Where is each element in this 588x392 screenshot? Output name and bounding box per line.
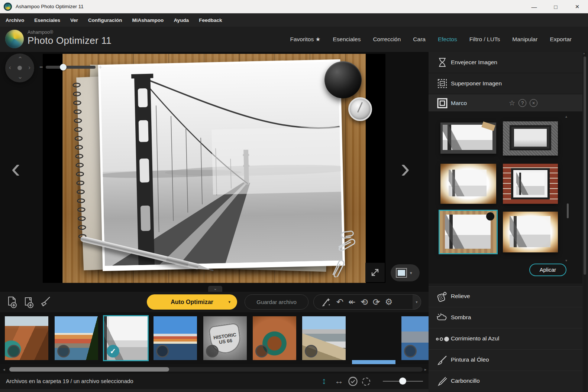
fit-horizontal-icon[interactable]: ↔ [335,376,343,386]
tab-favoritos[interactable]: Favoritos ★ [290,36,320,43]
frames-scrollbar-thumb[interactable] [567,203,569,218]
thumb-checkbox[interactable] [255,345,268,357]
help-icon[interactable]: ? [518,99,526,107]
filmstrip-thumb-golden-gate-selected[interactable]: ✓ [104,316,148,360]
favorite-star-icon[interactable]: ☆ [509,99,515,107]
show-selected-icon[interactable] [348,376,358,386]
frame-option-torn-sepia[interactable] [503,212,558,252]
zoom-track[interactable] [46,66,96,69]
frame-option-filmstrip[interactable] [440,122,496,154]
undo-all-icon[interactable]: ↞ [348,298,355,306]
menu-esenciales[interactable]: Esenciales [34,17,60,23]
next-image-button[interactable]: › [401,151,410,185]
rotate-left-icon[interactable]: ⟲90° [361,297,368,307]
sidebar-item-carboncillo[interactable]: Carboncillo [429,370,582,392]
minimize-button[interactable]: — [523,0,545,13]
menu-configuracion[interactable]: Configuración [88,17,122,23]
sidebar-item-label: Marco [451,100,467,107]
sidebar-item-relieve[interactable]: Relieve [429,286,582,307]
tab-exportar[interactable]: Exportar [550,36,572,43]
filmstrip-thumb-boathouses[interactable] [154,316,197,360]
thumb-checkbox[interactable] [404,345,417,357]
filmstrip-scroll-thumb[interactable] [9,367,169,372]
pan-left-icon[interactable]: ‹ [9,64,11,71]
maximize-button[interactable]: □ [545,0,566,13]
previous-image-button[interactable]: ‹ [11,151,20,185]
filmstrip-thumb-canyon-lake[interactable] [5,316,48,360]
pan-control[interactable]: ⌃ ⌄ ‹ › [5,53,34,82]
scroll-right-icon[interactable]: ▸ [424,367,427,372]
close-effect-icon[interactable]: × [530,99,537,107]
save-file-button[interactable]: Guardar archivo [245,294,308,310]
magic-wand-icon[interactable] [320,297,332,308]
menu-ver[interactable]: Ver [70,17,78,23]
chevron-down-icon[interactable]: ▾ [228,300,230,304]
filmstrip-thumb-horseshoe-bend[interactable] [253,316,296,360]
sidebar-scroll-thumb[interactable] [584,56,586,275]
sidebar-item-envejecer[interactable]: Envejecer Imagen [429,52,582,73]
filmstrip-thumb-mailboxes[interactable] [302,316,346,360]
compare-view-button[interactable]: ▾ [391,264,420,281]
chevron-down-icon[interactable]: ▾ [410,271,412,275]
edit-tools-dropdown[interactable]: ▾ [413,294,421,310]
sidebar-scrollbar[interactable]: ▴ [583,52,587,392]
frame-option-ornate[interactable] [503,121,558,156]
frame-option-scrapbook-selected[interactable] [440,211,497,253]
menu-feedback[interactable]: Feedback [199,17,222,23]
add-image-button[interactable] [6,295,19,309]
scroll-left-icon[interactable]: ◂ [3,367,5,372]
auto-optimize-button[interactable]: Auto Optimizar ▾ [147,294,237,310]
menu-archivo[interactable]: Archivo [6,17,24,23]
filmstrip-thumb-cinque-terre[interactable] [55,316,98,360]
sidebar-item-sombra[interactable]: Sombra [429,307,582,328]
menu-ayuda[interactable]: Ayuda [174,17,189,23]
frames-scroll-up-icon[interactable]: ▴ [565,114,567,118]
tab-correccion[interactable]: Corrección [373,36,401,43]
zoom-in-icon[interactable]: + [98,64,102,71]
menu-miashampoo[interactable]: MiAshampoo [132,17,164,23]
sidebar-item-superponer[interactable]: Superponer Imagen [429,73,582,94]
refresh-dashed-icon[interactable] [362,378,370,386]
close-button[interactable]: × [566,0,588,13]
gear-icon[interactable]: ⚙ [385,298,393,306]
thumb-checkbox[interactable] [206,345,219,357]
sidebar-item-pintura[interactable]: Pintura al Óleo [429,349,582,370]
clean-broom-button[interactable] [39,295,52,309]
thumb-checkbox[interactable] [305,345,317,357]
frame-option-burnt-paper[interactable] [440,164,496,204]
pan-center-dot[interactable] [17,66,22,70]
collapse-toolbar-tab[interactable]: ⌄ [208,286,222,292]
pan-right-icon[interactable]: › [28,64,30,71]
scroll-up-icon[interactable]: ▴ [583,51,585,55]
frames-scroll-down-icon[interactable]: ▾ [565,258,567,262]
tab-efectos[interactable]: Efectos [438,36,457,43]
pan-down-icon[interactable]: ⌄ [17,74,23,80]
tab-esenciales[interactable]: Esenciales [333,36,361,43]
zoom-out-icon[interactable]: − [39,64,43,71]
sidebar-item-marco-active[interactable]: Marco ☆ ? × [429,94,582,112]
filmstrip-scroll-track[interactable] [9,367,423,372]
rotate-right-icon[interactable]: ⟳90° [373,297,380,307]
thumb-checkbox[interactable] [156,345,169,357]
apply-button[interactable]: Aplicar [529,264,566,276]
undo-icon[interactable]: ↶ [336,298,343,306]
thumbnail-size-slider[interactable] [383,381,423,382]
tab-manipular[interactable]: Manipular [512,36,537,43]
filmstrip-thumb-route66[interactable]: HISTORIC US 66 [203,316,247,360]
sidebar-item-corrimiento[interactable]: Corrimiento al Azul [429,328,582,349]
thumbnail-size-thumb[interactable] [399,378,406,385]
fullscreen-expand-button[interactable] [365,263,385,282]
pan-up-icon[interactable]: ⌃ [17,56,23,62]
thumb-checkbox[interactable] [7,345,20,357]
frame-option-brick-wall[interactable] [503,164,558,204]
zoom-thumb[interactable] [60,64,67,71]
add-folder-button[interactable] [22,295,36,309]
zoom-slider[interactable]: − + [39,64,102,71]
fit-vertical-icon[interactable]: ↕ [322,376,326,386]
tab-cara[interactable]: Cara [413,36,426,43]
filmstrip-thumb-fjord[interactable] [401,316,429,360]
thumb-checkbox[interactable] [57,345,70,357]
filmstrip-thumb-monument-valley[interactable] [352,360,395,364]
thumb-checkbox-checked[interactable]: ✓ [107,345,119,357]
tab-filtro-luts[interactable]: Filtro / LUTs [469,36,500,43]
